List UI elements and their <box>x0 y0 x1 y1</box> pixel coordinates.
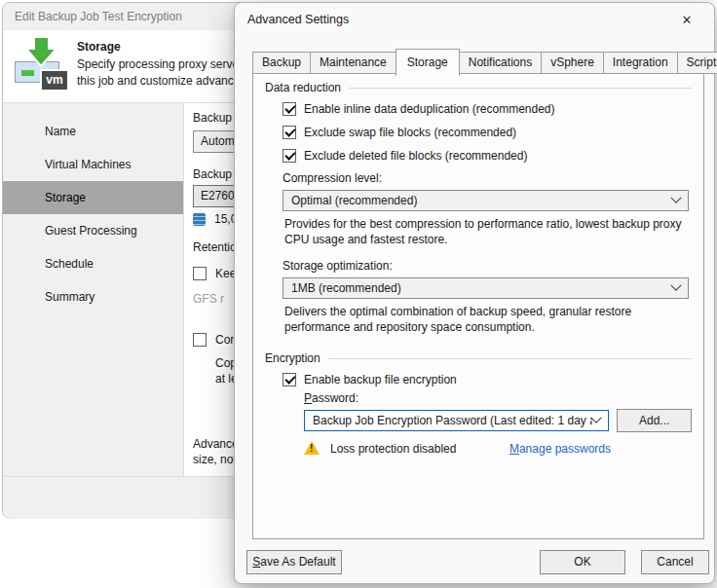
advanced-settings-hint-line2: size, noti <box>193 453 239 466</box>
dedup-checkbox-row: Enable inline data deduplication (recomm… <box>283 97 692 121</box>
password-combo-value: Backup Job Encryption Password (Last edi… <box>313 414 592 427</box>
loss-protection-text: Loss protection disabled <box>330 442 456 456</box>
dedup-checkbox[interactable] <box>283 102 296 116</box>
close-icon[interactable]: ✕ <box>669 9 704 32</box>
gfs-retention-text: GFS r <box>193 292 224 306</box>
tab-scripts[interactable]: Scripts <box>678 52 717 74</box>
deleted-blocks-checkbox[interactable] <box>283 149 296 163</box>
window-title: Edit Backup Job Test Encryption <box>15 10 182 23</box>
warning-icon <box>304 441 321 456</box>
encryption-group-label: Encryption <box>265 351 321 365</box>
backup-repository-label: Backup r <box>193 167 239 181</box>
chevron-down-icon <box>670 193 681 203</box>
swap-blocks-checkbox-row: Exclude swap file blocks (recommended) <box>283 121 692 144</box>
enable-encryption-checkbox[interactable] <box>283 373 296 386</box>
advanced-settings-dialog: Advanced Settings ✕ Backup Maintenance S… <box>234 2 715 584</box>
sidebar-item-virtual-machines[interactable]: Virtual Machines <box>3 148 183 181</box>
vm-badge: vm <box>40 69 69 92</box>
vm-dash-shape <box>21 70 34 76</box>
ok-button[interactable]: OK <box>540 550 625 574</box>
password-combo[interactable]: Backup Job Encryption Password (Last edi… <box>304 410 609 431</box>
password-row: Backup Job Encryption Password (Last edi… <box>304 409 692 432</box>
compression-level-label: Compression level: <box>283 171 692 187</box>
storage-optimization-value: 1MB (recommended) <box>291 281 672 295</box>
configure-secondary-checkbox[interactable] <box>193 333 207 347</box>
cancel-button[interactable]: Cancel <box>641 550 709 574</box>
dialog-title: Advanced Settings <box>247 13 349 26</box>
sidebar-item-summary[interactable]: Summary <box>3 280 183 313</box>
retention-policy-label: Retentio <box>193 240 237 254</box>
deleted-blocks-checkbox-row: Exclude deleted file blocks (recommended… <box>283 144 692 167</box>
wizard-step-description-line1: Specify processing proxy server <box>77 57 243 71</box>
storage-optimization-combo[interactable]: 1MB (recommended) <box>283 277 689 299</box>
settings-tabstrip: Backup Maintenance Storage Notifications… <box>252 49 717 74</box>
wizard-step-title: Storage <box>77 40 121 54</box>
sidebar-item-guest-processing[interactable]: Guest Processing <box>3 214 183 247</box>
wizard-step-sidebar: Name Virtual Machines Storage Guest Proc… <box>3 103 184 476</box>
tab-integration[interactable]: Integration <box>604 52 678 74</box>
tab-maintenance[interactable]: Maintenance <box>311 52 396 74</box>
sidebar-item-storage[interactable]: Storage <box>3 181 183 214</box>
password-label: Password: <box>304 391 692 407</box>
encryption-group-header: Encryption <box>265 349 692 368</box>
compression-level-combo[interactable]: Optimal (recommended) <box>283 190 689 211</box>
group-divider-line <box>349 88 692 89</box>
vm-backup-icon: vm <box>15 36 69 92</box>
add-password-button[interactable]: Add... <box>617 409 692 432</box>
data-reduction-group-header: Data reduction <box>265 78 692 97</box>
loss-protection-row: Loss protection disabled Manage password… <box>304 441 611 456</box>
chevron-down-icon <box>670 280 681 291</box>
chevron-down-icon <box>591 413 602 423</box>
sidebar-item-name[interactable]: Name <box>3 115 183 148</box>
tab-backup[interactable]: Backup <box>252 52 311 74</box>
storage-optimization-label: Storage optimization: <box>283 259 692 275</box>
wizard-step-description-line2: this job and customize advance <box>77 74 240 88</box>
save-as-default-button[interactable]: Save As Default <box>246 550 342 574</box>
keep-restore-points-checkbox[interactable] <box>193 267 207 280</box>
swap-blocks-checkbox[interactable] <box>283 126 296 139</box>
advanced-settings-hint-line1: Advance <box>193 437 239 451</box>
enable-encryption-row: Enable backup file encryption <box>283 368 692 391</box>
swap-blocks-checkbox-label: Exclude swap file blocks (recommended) <box>304 126 516 139</box>
enable-encryption-label: Enable backup file encryption <box>304 373 457 386</box>
password-block: Password: Backup Job Encryption Password… <box>304 391 692 456</box>
deleted-blocks-checkbox-label: Exclude deleted file blocks (recommended… <box>304 149 527 163</box>
tab-vsphere[interactable]: vSphere <box>542 52 604 74</box>
tab-notifications[interactable]: Notifications <box>460 52 542 74</box>
tab-storage[interactable]: Storage <box>396 49 460 76</box>
storage-optimization-description: Delivers the optimal combination of back… <box>284 305 688 335</box>
compression-description: Provides for the best compression to per… <box>284 217 688 247</box>
storage-tab-pane: Data reduction Enable inline data dedupl… <box>252 71 704 539</box>
green-download-arrow-icon <box>24 36 59 69</box>
free-space-row: 15,0 <box>193 212 237 226</box>
group-divider-line <box>328 358 692 359</box>
sidebar-item-schedule[interactable]: Schedule <box>3 247 183 280</box>
disk-icon <box>193 213 206 226</box>
dedup-checkbox-label: Enable inline data deduplication (recomm… <box>304 102 555 116</box>
manage-passwords-link[interactable]: Manage passwords <box>509 442 611 456</box>
compression-level-value: Optimal (recommended) <box>291 194 672 207</box>
data-reduction-group-label: Data reduction <box>265 81 341 94</box>
